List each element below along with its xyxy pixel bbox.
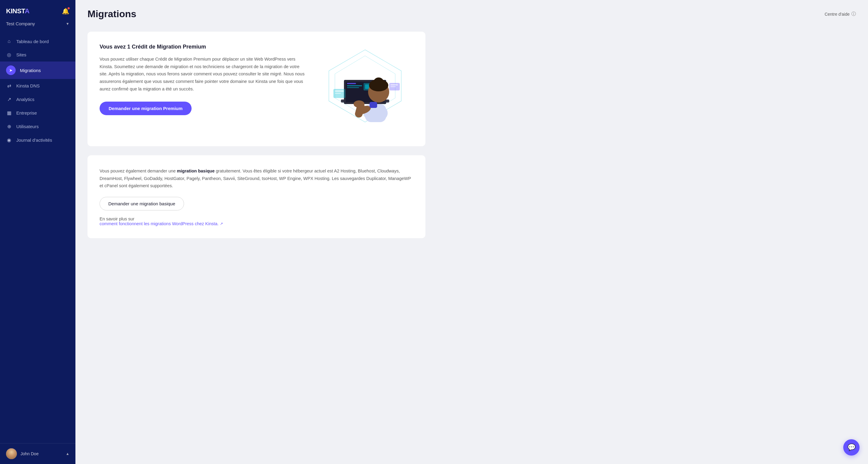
sidebar-item-label: Tableau de bord xyxy=(16,39,49,44)
sidebar-item-label: Utilisateurs xyxy=(16,124,39,129)
learn-more-prefix: En savoir plus sur xyxy=(99,217,413,221)
svg-point-14 xyxy=(373,77,384,88)
chevron-down-icon: ▼ xyxy=(66,22,69,26)
sidebar-item-sites[interactable]: ◎ Sites xyxy=(0,48,75,62)
learn-more-section: En savoir plus sur comment fonctionnent … xyxy=(99,210,413,226)
basic-body-prefix: Vous pouvez également demander une xyxy=(99,169,177,173)
sidebar-item-dashboard[interactable]: ⌂ Tableau de bord xyxy=(0,35,75,48)
svg-rect-21 xyxy=(335,93,341,94)
svg-rect-18 xyxy=(370,102,377,108)
sidebar-item-analytics[interactable]: ↗ Analytics xyxy=(0,93,75,106)
learn-more-link-text: comment fonctionnent les migrations Word… xyxy=(99,221,219,226)
sidebar-item-label: Migrations xyxy=(20,68,41,73)
dns-icon: ⇄ xyxy=(6,83,12,89)
basic-migration-card: Vous pouvez également demander une migra… xyxy=(88,155,425,238)
help-center-link[interactable]: Centre d'aide ⓘ xyxy=(825,11,856,17)
svg-rect-20 xyxy=(335,91,344,92)
sidebar-item-label: Entreprise xyxy=(16,110,37,115)
dashboard-icon: ⌂ xyxy=(6,39,12,44)
sidebar-item-journal[interactable]: ◉ Journal d'activités xyxy=(0,133,75,147)
chat-button[interactable]: 💬 xyxy=(843,439,860,456)
svg-rect-5 xyxy=(347,83,356,84)
request-basic-migration-button[interactable]: Demander une migration basique xyxy=(99,197,184,210)
page-title: Migrations xyxy=(88,8,136,20)
sidebar-item-label: Analytics xyxy=(16,97,34,102)
help-circle-icon: ⓘ xyxy=(851,11,856,17)
user-name: John Doe xyxy=(21,451,62,456)
sidebar-logo-area: KINSTA 🔔 xyxy=(0,0,75,19)
nav-menu: ⌂ Tableau de bord ◎ Sites ➤ Migrations ⇄… xyxy=(0,32,75,443)
sidebar-item-label: Sites xyxy=(16,52,26,57)
migrations-icon-circle: ➤ xyxy=(6,65,16,75)
basic-bold-text: migration basique xyxy=(177,169,215,173)
migration-illustration xyxy=(317,44,413,134)
premium-migration-text: Vous avez 1 Crédit de Migration Premium … xyxy=(99,44,305,115)
svg-rect-24 xyxy=(391,86,396,87)
company-selector[interactable]: Test Company ▼ xyxy=(0,19,75,32)
svg-rect-6 xyxy=(347,85,362,86)
premium-body: Vous pouvez utiliser chaque Crédit de Mi… xyxy=(99,56,305,93)
sidebar-item-utilisateurs[interactable]: ⊕ Utilisateurs xyxy=(0,120,75,133)
notification-bell[interactable]: 🔔 xyxy=(62,7,69,15)
basic-migration-text: Vous pouvez également demander une migra… xyxy=(99,167,413,226)
avatar-image xyxy=(6,448,17,459)
sidebar-item-entreprise[interactable]: ▦ Entreprise xyxy=(0,106,75,120)
logo-text: KINSTA xyxy=(6,7,29,15)
sidebar-footer[interactable]: John Doe ▲ xyxy=(0,443,75,464)
kinsta-logo: KINSTA xyxy=(6,7,29,15)
external-link-icon: ↗ xyxy=(220,222,223,226)
notification-dot xyxy=(67,7,70,10)
journal-icon: ◉ xyxy=(6,137,12,143)
sidebar-item-label: Kinsta DNS xyxy=(16,83,40,88)
learn-more-link[interactable]: comment fonctionnent les migrations Word… xyxy=(99,221,223,226)
chevron-up-icon: ▲ xyxy=(66,452,69,456)
content-area: Vous avez 1 Crédit de Migration Premium … xyxy=(75,23,437,265)
request-premium-migration-button[interactable]: Demander une migration Premium xyxy=(99,102,192,115)
main-content: Migrations Centre d'aide ⓘ Vous avez 1 C… xyxy=(75,0,868,464)
basic-body: Vous pouvez également demander une migra… xyxy=(99,167,413,190)
premium-migration-card: Vous avez 1 Crédit de Migration Premium … xyxy=(88,32,425,146)
entreprise-icon: ▦ xyxy=(6,110,12,116)
migrations-icon: ➤ xyxy=(9,68,13,73)
svg-rect-7 xyxy=(347,87,359,88)
svg-rect-23 xyxy=(391,85,398,85)
sidebar-item-label: Journal d'activités xyxy=(16,137,52,143)
sites-icon: ◎ xyxy=(6,52,12,58)
avatar xyxy=(6,448,17,459)
company-name: Test Company xyxy=(6,21,63,26)
sidebar-item-migrations[interactable]: ➤ Migrations xyxy=(0,62,75,79)
chat-icon: 💬 xyxy=(847,443,856,451)
premium-heading: Vous avez 1 Crédit de Migration Premium xyxy=(99,44,305,50)
topbar: Migrations Centre d'aide ⓘ xyxy=(75,0,868,23)
analytics-icon: ↗ xyxy=(6,97,12,102)
sidebar: KINSTA 🔔 Test Company ▼ ⌂ Tableau de bor… xyxy=(0,0,75,464)
help-center-label: Centre d'aide xyxy=(825,12,849,16)
users-icon: ⊕ xyxy=(6,124,12,129)
sidebar-item-kinsta-dns[interactable]: ⇄ Kinsta DNS xyxy=(0,79,75,93)
svg-point-17 xyxy=(353,100,365,108)
